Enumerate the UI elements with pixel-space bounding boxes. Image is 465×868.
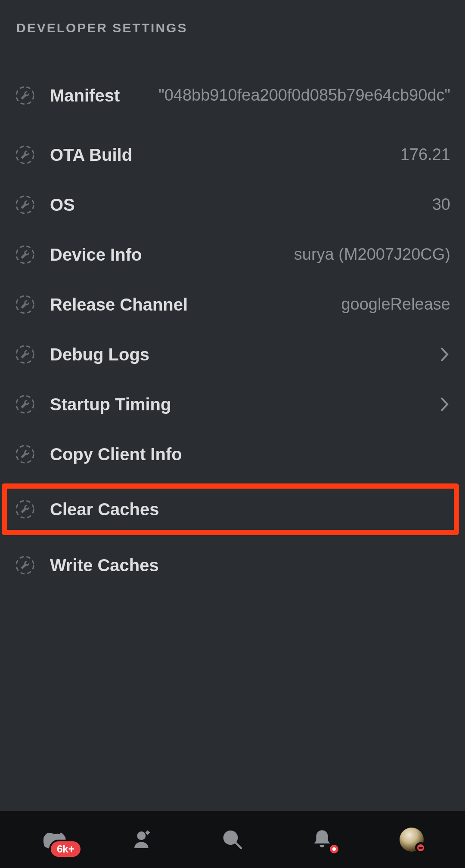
row-label: Release Channel	[50, 295, 188, 314]
row-label: OS	[50, 195, 75, 215]
row-label: Copy Client Info	[50, 445, 182, 464]
wrench-icon	[15, 244, 35, 265]
row-label: OTA Build	[50, 145, 132, 165]
tab-profile[interactable]	[394, 822, 429, 857]
row-os[interactable]: OS 30	[15, 184, 450, 225]
row-value: "048bb910fea200f0d085b79e64cb90dc"	[128, 85, 450, 106]
section-header: DEVELOPER SETTINGS	[16, 21, 450, 35]
row-label: Debug Logs	[50, 345, 149, 364]
row-value: googleRelease	[196, 294, 450, 315]
row-label: Manifest	[50, 86, 120, 105]
tab-search[interactable]	[215, 822, 250, 857]
wrench-icon	[15, 294, 35, 315]
wrench-icon	[15, 394, 35, 415]
avatar	[400, 828, 424, 852]
row-label: Write Caches	[50, 556, 159, 575]
wrench-icon	[15, 85, 35, 106]
status-dnd-icon	[415, 842, 426, 853]
svg-point-2	[224, 831, 237, 844]
svg-point-1	[137, 831, 146, 840]
tab-notifications[interactable]	[305, 822, 339, 857]
friends-icon	[130, 827, 155, 852]
wrench-icon	[15, 444, 35, 465]
chevron-right-icon	[438, 346, 450, 363]
row-value: 176.21	[141, 144, 450, 165]
row-write-caches[interactable]: Write Caches	[15, 545, 450, 586]
row-value: 30	[84, 194, 450, 215]
row-label: Clear Caches	[50, 500, 159, 519]
wrench-icon	[15, 344, 35, 365]
bottom-tab-bar: 6k+	[0, 811, 465, 868]
row-manifest[interactable]: Manifest "048bb910fea200f0d085b79e64cb90…	[15, 65, 450, 126]
row-copy-client-info[interactable]: Copy Client Info	[15, 434, 450, 475]
row-clear-caches[interactable]: Clear Caches	[2, 483, 459, 535]
search-icon	[220, 827, 245, 852]
developer-settings-screen: DEVELOPER SETTINGS Manifest "048bb910fea…	[0, 0, 465, 811]
notification-dot	[328, 843, 340, 855]
tab-friends[interactable]	[126, 822, 160, 857]
wrench-icon	[15, 194, 35, 215]
wrench-icon	[15, 555, 35, 576]
wrench-icon	[15, 499, 35, 520]
row-release-channel[interactable]: Release Channel googleRelease	[15, 284, 450, 325]
row-value: surya (M2007J20CG)	[150, 244, 450, 265]
unread-badge: 6k+	[49, 840, 82, 859]
row-debug-logs[interactable]: Debug Logs	[15, 334, 450, 375]
row-label: Device Info	[50, 245, 142, 265]
row-startup-timing[interactable]: Startup Timing	[15, 384, 450, 425]
wrench-icon	[15, 145, 35, 165]
chevron-right-icon	[438, 396, 450, 412]
svg-line-3	[236, 843, 241, 848]
tab-home[interactable]: 6k+	[36, 822, 71, 857]
row-label: Startup Timing	[50, 395, 171, 414]
row-device-info[interactable]: Device Info surya (M2007J20CG)	[15, 234, 450, 275]
row-ota-build[interactable]: OTA Build 176.21	[15, 134, 450, 175]
